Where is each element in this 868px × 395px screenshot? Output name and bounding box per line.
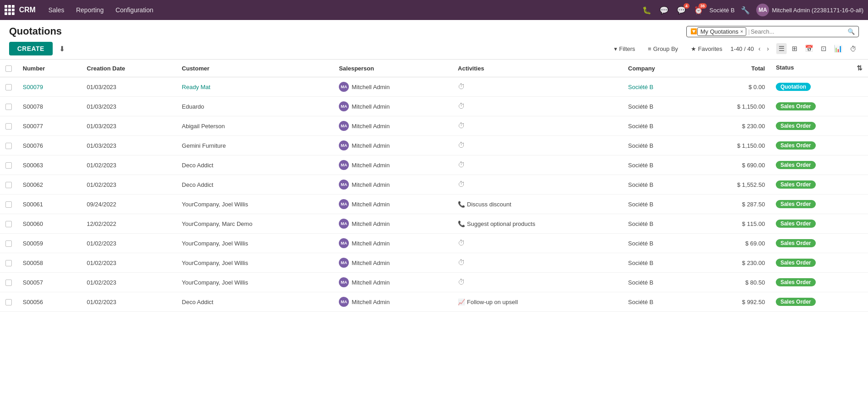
row-number[interactable]: S00062 (17, 175, 81, 195)
row-number[interactable]: S00078 (17, 97, 81, 116)
row-checkbox[interactable] (5, 84, 12, 90)
column-settings-icon[interactable]: ⇅ (857, 64, 863, 72)
user-menu[interactable]: MA Mitchell Admin (22381171-16-0-all) (756, 4, 863, 16)
col-customer[interactable]: Customer (176, 60, 333, 77)
select-all-checkbox[interactable] (5, 65, 12, 72)
row-customer[interactable]: YourCompany, Joel Willis (176, 234, 333, 253)
row-activities[interactable]: ⏱ (452, 273, 623, 292)
col-activities[interactable]: Activities (452, 60, 623, 77)
search-submit-icon[interactable]: 🔍 (848, 28, 855, 35)
row-company[interactable]: Société B (623, 253, 696, 273)
row-company[interactable]: Société B (623, 116, 696, 136)
chart-view-button[interactable]: 📊 (832, 43, 845, 54)
bug-icon[interactable]: 🐛 (640, 4, 653, 16)
calendar-view-button[interactable]: 📅 (803, 43, 816, 54)
row-customer[interactable]: Ready Mat (176, 77, 333, 97)
row-customer[interactable]: Abigail Peterson (176, 116, 333, 136)
row-customer[interactable]: Gemini Furniture (176, 136, 333, 155)
clock-activity-icon[interactable]: ⏱ (458, 161, 465, 169)
pagination-prev[interactable]: ‹ (757, 44, 763, 53)
row-activities[interactable]: ⏱ (452, 77, 623, 97)
row-activities[interactable]: 📞Discuss discount (452, 195, 623, 214)
row-number[interactable]: S00060 (17, 214, 81, 234)
row-checkbox[interactable] (5, 221, 12, 227)
col-date-sort[interactable]: Creation Date (87, 65, 125, 72)
row-activities[interactable]: 📈Follow-up on upsell (452, 292, 623, 312)
row-customer[interactable]: YourCompany, Marc Demo (176, 214, 333, 234)
company-name[interactable]: Société B (709, 7, 735, 14)
row-checkbox[interactable] (5, 123, 12, 130)
menu-item-sales[interactable]: Sales (43, 4, 69, 16)
row-checkbox[interactable] (5, 104, 12, 110)
list-view-button[interactable]: ☰ (776, 43, 787, 54)
activity-view-button[interactable]: ⏱ (848, 44, 859, 54)
row-company[interactable]: Société B (623, 292, 696, 312)
row-customer[interactable]: YourCompany, Joel Willis (176, 195, 333, 214)
row-checkbox[interactable] (5, 280, 12, 286)
row-activities[interactable]: ⏱ (452, 116, 623, 136)
col-number[interactable]: Number (17, 60, 81, 77)
row-company[interactable]: Société B (623, 97, 696, 116)
row-checkbox[interactable] (5, 182, 12, 188)
row-number[interactable]: S00058 (17, 253, 81, 273)
row-activities[interactable]: ⏱ (452, 97, 623, 116)
phone-activity-icon[interactable]: 📞 (458, 201, 465, 208)
row-activities[interactable]: ⏱ (452, 175, 623, 195)
row-customer[interactable]: YourCompany, Joel Willis (176, 253, 333, 273)
clock-icon[interactable]: ⏰36 (692, 4, 705, 16)
row-checkbox[interactable] (5, 260, 12, 266)
create-button[interactable]: CREATE (9, 42, 53, 55)
col-company[interactable]: Company (623, 60, 696, 77)
row-activities[interactable]: ⏱ (452, 253, 623, 273)
row-number[interactable]: S00079 (17, 77, 81, 97)
row-checkbox[interactable] (5, 143, 12, 149)
filter-tag-close[interactable]: × (740, 29, 743, 34)
row-activities[interactable]: ⏱ (452, 136, 623, 155)
row-number[interactable]: S00059 (17, 234, 81, 253)
row-customer[interactable]: Deco Addict (176, 175, 333, 195)
phone-activity-icon[interactable]: 📞 (458, 220, 465, 227)
clock-activity-icon[interactable]: ⏱ (458, 141, 465, 149)
col-total[interactable]: Total (695, 60, 770, 77)
row-checkbox[interactable] (5, 162, 12, 169)
row-activities[interactable]: 📞Suggest optional products (452, 214, 623, 234)
row-checkbox[interactable] (5, 201, 12, 208)
col-number-sort[interactable]: Number (23, 65, 45, 72)
clock-activity-icon[interactable]: ⏱ (458, 180, 465, 188)
row-number[interactable]: S00076 (17, 136, 81, 155)
row-checkbox[interactable] (5, 299, 12, 305)
favorites-button[interactable]: ★ Favorites (688, 44, 725, 54)
col-status-sort[interactable]: Status (776, 64, 794, 71)
chart-activity-icon[interactable]: 📈 (458, 299, 465, 305)
col-creation-date[interactable]: Creation Date (81, 60, 176, 77)
row-number[interactable]: S00063 (17, 155, 81, 175)
chat-icon[interactable]: 💬4 (675, 4, 688, 16)
row-activities[interactable]: ⏱ (452, 234, 623, 253)
kanban-view-button[interactable]: ⊞ (789, 43, 800, 54)
row-customer[interactable]: Eduardo (176, 97, 333, 116)
row-customer[interactable]: Deco Addict (176, 155, 333, 175)
row-checkbox[interactable] (5, 240, 12, 247)
row-customer[interactable]: YourCompany, Joel Willis (176, 273, 333, 292)
row-company[interactable]: Société B (623, 214, 696, 234)
clock-activity-icon[interactable]: ⏱ (458, 102, 465, 110)
row-company[interactable]: Société B (623, 273, 696, 292)
col-total-sort[interactable]: Total (751, 65, 765, 72)
search-input[interactable] (751, 28, 848, 35)
grid-view-button[interactable]: ⊡ (818, 43, 829, 54)
contacts-icon[interactable]: 💬 (658, 4, 670, 16)
col-activities-sort[interactable]: Activities (458, 65, 484, 72)
apps-icon[interactable] (5, 5, 15, 15)
col-status[interactable]: Status ⇅ (770, 60, 868, 77)
menu-item-configuration[interactable]: Configuration (110, 4, 159, 16)
clock-activity-icon[interactable]: ⏱ (458, 239, 465, 247)
col-salesperson[interactable]: Salesperson (333, 60, 452, 77)
row-number[interactable]: S00057 (17, 273, 81, 292)
row-company[interactable]: Société B (623, 175, 696, 195)
row-company[interactable]: Société B (623, 195, 696, 214)
clock-activity-icon[interactable]: ⏱ (458, 278, 465, 286)
row-company[interactable]: Société B (623, 155, 696, 175)
tools-icon[interactable]: 🔧 (739, 4, 752, 16)
app-brand[interactable]: CRM (19, 6, 35, 14)
row-number[interactable]: S00061 (17, 195, 81, 214)
